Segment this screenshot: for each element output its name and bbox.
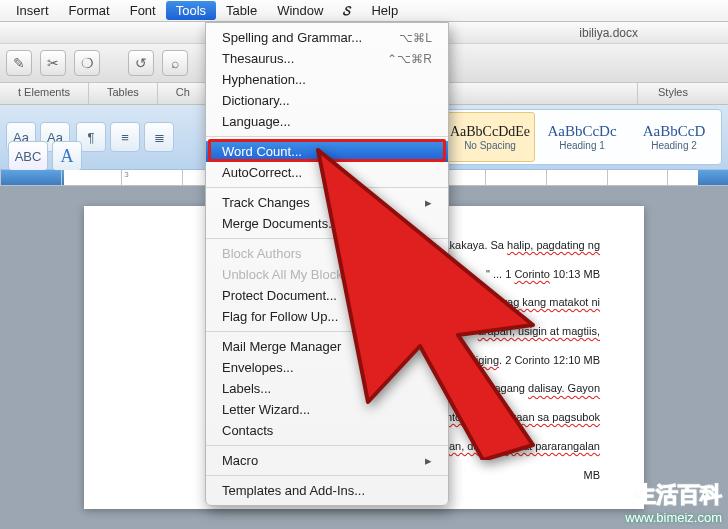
toolbar-btn-1[interactable]: ✎	[6, 50, 32, 76]
menu-item-label: Templates and Add-Ins...	[222, 483, 432, 498]
menu-item-shortcut: ⌥⌘L	[399, 31, 432, 45]
abc-icon[interactable]: ABC	[8, 141, 48, 171]
document-title: ibiliya.docx	[579, 26, 638, 40]
tab-elements[interactable]: t Elements	[0, 83, 89, 104]
ruler-value: 3	[121, 170, 182, 185]
menu-tools[interactable]: Tools	[166, 1, 216, 20]
watermark-text: 生活百科	[625, 480, 722, 510]
style-heading-2[interactable]: AaBbCcD Heading 2	[629, 112, 719, 162]
tab-tables[interactable]: Tables	[89, 83, 158, 104]
menu-item-label: Thesaurus...	[222, 51, 387, 66]
toolbar-btn-2[interactable]: ✂	[40, 50, 66, 76]
menu-format[interactable]: Format	[59, 1, 120, 20]
menu-item-thesaurus[interactable]: Thesaurus...⌃⌥⌘R	[206, 48, 448, 69]
menu-help[interactable]: Help	[361, 1, 408, 20]
annotation-cursor-arrow	[308, 140, 628, 460]
style-label: Heading 2	[651, 140, 697, 151]
script-menu-icon[interactable]: 𝓢	[333, 1, 361, 21]
menu-item-hyphenation[interactable]: Hyphenation...	[206, 69, 448, 90]
watermark-url: www.bimeiz.com	[625, 510, 722, 525]
list-icon[interactable]: ≣	[144, 122, 174, 152]
toolbar-btn-5[interactable]: ⌕	[162, 50, 188, 76]
menu-item-language[interactable]: Language...	[206, 111, 448, 132]
menu-item-templates-and-add-ins[interactable]: Templates and Add-Ins...	[206, 480, 448, 501]
styles-label: Styles	[637, 83, 728, 104]
menu-item-label: Spelling and Grammar...	[222, 30, 399, 45]
menu-item-label: Hyphenation...	[222, 72, 432, 87]
toolbar-btn-3[interactable]: ❍	[74, 50, 100, 76]
align-icon[interactable]: ≡	[110, 122, 140, 152]
menu-item-label: Dictionary...	[222, 93, 432, 108]
menu-font[interactable]: Font	[120, 1, 166, 20]
style-preview: AaBbCcD	[643, 123, 706, 140]
menubar: Insert Format Font Tools Table Window 𝓢 …	[0, 0, 728, 22]
menu-window[interactable]: Window	[267, 1, 333, 20]
menu-item-dictionary[interactable]: Dictionary...	[206, 90, 448, 111]
font-a-icon[interactable]: A	[52, 141, 82, 171]
tab-ch[interactable]: Ch	[158, 83, 209, 104]
toolbar-btn-4[interactable]: ↺	[128, 50, 154, 76]
menu-item-shortcut: ⌃⌥⌘R	[387, 52, 432, 66]
style-preview: AaBbCcDc	[547, 123, 616, 140]
menu-item-spelling-and-grammar[interactable]: Spelling and Grammar...⌥⌘L	[206, 27, 448, 48]
watermark: 生活百科 www.bimeiz.com	[625, 480, 722, 525]
menu-item-label: Language...	[222, 114, 432, 129]
menu-table[interactable]: Table	[216, 1, 267, 20]
style-preview: AaBbCcDdEe	[450, 124, 530, 140]
menu-insert[interactable]: Insert	[6, 1, 59, 20]
